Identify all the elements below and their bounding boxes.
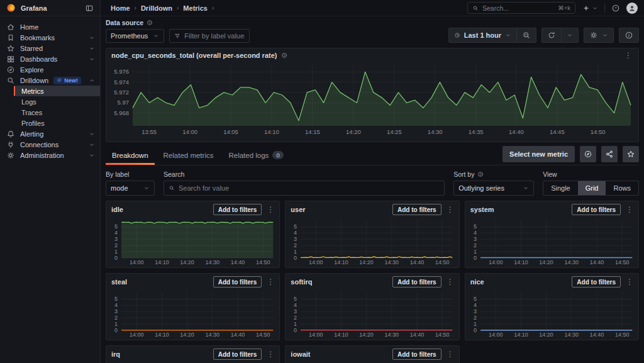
chevron-down-icon[interactable] xyxy=(89,142,95,148)
add-to-filters-button[interactable]: Add to filters xyxy=(572,276,621,288)
sidebar-item-profiles[interactable]: Profiles xyxy=(14,118,100,128)
panel-menu-icon[interactable]: ⋮ xyxy=(265,278,275,286)
value-search-input[interactable] xyxy=(164,181,445,196)
svg-text:5: 5 xyxy=(114,223,118,230)
panel-chart[interactable]: 14:0014:1014:2014:3014:4014:50543210 xyxy=(106,216,279,266)
chevron-down-icon[interactable] xyxy=(89,35,95,41)
home-icon xyxy=(6,23,15,31)
svg-text:14:40: 14:40 xyxy=(410,332,425,338)
panel-chart[interactable]: 14:0014:1014:2014:3014:4014:50543210 xyxy=(286,216,458,266)
svg-text:14:20: 14:20 xyxy=(180,259,194,265)
bookmark-star-button[interactable] xyxy=(623,146,639,162)
tab-related-metrics[interactable]: Related metrics xyxy=(157,147,220,165)
add-to-filters-button[interactable]: Add to filters xyxy=(392,349,441,360)
chevron-down-icon[interactable] xyxy=(89,131,95,137)
svg-text:0: 0 xyxy=(294,327,297,333)
breadcrumb-item-metrics[interactable]: Metrics xyxy=(183,4,208,12)
panel-menu-icon[interactable]: ⋮ xyxy=(265,206,275,213)
svg-text:5: 5 xyxy=(474,296,477,302)
add-new-button[interactable] xyxy=(580,3,599,14)
grafana-logo-icon[interactable] xyxy=(6,3,16,13)
panel-menu-icon[interactable]: ⋮ xyxy=(445,350,455,358)
label-filter-input[interactable] xyxy=(169,29,250,43)
main-chart[interactable]: 13:5514:0014:0514:1014:1514:2014:2514:30… xyxy=(106,60,638,136)
refresh-button[interactable] xyxy=(541,28,562,43)
refresh-interval-button[interactable] xyxy=(562,28,579,43)
svg-text:14:00: 14:00 xyxy=(309,332,323,338)
label-filter-field[interactable] xyxy=(184,32,245,40)
share-button[interactable] xyxy=(601,146,618,162)
panel-menu-icon[interactable]: ⋮ xyxy=(445,206,455,213)
global-search-input[interactable]: ⌘+k xyxy=(467,2,575,14)
sidebar-item-alerting[interactable]: Alerting xyxy=(0,128,100,139)
sidebar-item-metrics[interactable]: Metrics xyxy=(14,86,100,96)
value-search-field[interactable] xyxy=(179,184,440,192)
settings-button[interactable] xyxy=(584,28,614,43)
info-icon[interactable] xyxy=(477,171,484,177)
zoom-out-button[interactable] xyxy=(517,28,536,43)
info-button[interactable] xyxy=(619,28,639,43)
search-shortcut: ⌘+k xyxy=(558,4,570,11)
time-range-button[interactable]: Last 1 hour xyxy=(448,28,517,43)
chevron-down-icon[interactable] xyxy=(89,45,95,52)
sidebar-item-connections[interactable]: Connections xyxy=(0,139,100,150)
sidebar-item-dashboards[interactable]: Dashboards xyxy=(0,53,100,64)
panel-menu-icon[interactable]: ⋮ xyxy=(625,278,635,286)
select-new-metric-button[interactable]: Select new metric xyxy=(502,146,575,162)
svg-text:13:55: 13:55 xyxy=(142,128,157,135)
panel-chart[interactable]: 14:0014:1014:2014:3014:4014:50543210 xyxy=(465,288,638,338)
view-option-single[interactable]: Single xyxy=(543,181,578,195)
share-icon xyxy=(605,150,614,159)
panel-menu-icon[interactable]: ⋮ xyxy=(265,350,275,358)
global-search-field[interactable] xyxy=(482,4,554,12)
sidebar-item-label: Connections xyxy=(20,141,58,148)
add-to-filters-button[interactable]: Add to filters xyxy=(213,349,262,360)
panel-menu-icon[interactable]: ⋮ xyxy=(445,278,455,286)
panel-menu-icon[interactable]: ⋮ xyxy=(623,52,633,59)
add-to-filters-button[interactable]: Add to filters xyxy=(392,204,441,215)
sort-by-select[interactable]: Outlying series xyxy=(453,181,534,196)
panel-chart[interactable]: 14:0014:1014:2014:3014:4014:50543210 xyxy=(106,360,279,363)
sidebar-item-starred[interactable]: Starred xyxy=(0,43,100,53)
panel-title: system xyxy=(470,206,569,213)
new-badge: New! xyxy=(53,77,81,84)
panel-chart[interactable]: 14:0014:1014:2014:3014:4014:50543210 xyxy=(106,288,279,338)
sidebar-item-explore[interactable]: Explore xyxy=(0,64,100,75)
chevron-up-icon[interactable] xyxy=(89,77,95,84)
explore-button[interactable] xyxy=(580,146,596,162)
panel-chart[interactable]: 14:0014:1014:2014:3014:4014:50543210 xyxy=(286,360,458,363)
user-avatar[interactable] xyxy=(626,3,638,14)
sidebar-item-label: Administration xyxy=(20,152,64,159)
add-to-filters-button[interactable]: Add to filters xyxy=(213,276,262,288)
help-button[interactable]: ? xyxy=(610,3,621,14)
sidebar-item-home[interactable]: Home xyxy=(0,21,100,32)
dock-sidebar-icon[interactable] xyxy=(85,4,94,13)
panel-chart[interactable]: 14:0014:1014:2014:3014:4014:50543210 xyxy=(465,216,638,266)
breadcrumb-item-home[interactable]: Home xyxy=(111,4,130,12)
svg-text:3: 3 xyxy=(114,308,118,315)
panel-menu-icon[interactable]: ⋮ xyxy=(625,206,635,213)
datasource-select[interactable]: Prometheus xyxy=(106,29,164,43)
add-to-filters-button[interactable]: Add to filters xyxy=(213,204,262,215)
info-icon[interactable] xyxy=(281,52,287,59)
svg-text:14:40: 14:40 xyxy=(589,259,604,265)
tab-breakdown[interactable]: Breakdown xyxy=(106,147,155,165)
sidebar-item-drilldown[interactable]: DrilldownNew! xyxy=(0,75,100,86)
sidebar-item-administration[interactable]: Administration xyxy=(0,150,100,160)
panel-chart[interactable]: 14:0014:1014:2014:3014:4014:50543210 xyxy=(286,288,458,338)
add-to-filters-button[interactable]: Add to filters xyxy=(392,276,441,288)
breadcrumb-item-drilldown[interactable]: Drilldown xyxy=(141,4,172,12)
chevron-down-icon[interactable] xyxy=(89,56,95,62)
sidebar-item-bookmarks[interactable]: Bookmarks xyxy=(0,32,100,43)
by-label-select[interactable]: mode xyxy=(106,181,155,196)
sidebar-item-traces[interactable]: Traces xyxy=(14,107,100,118)
info-icon[interactable] xyxy=(147,20,153,26)
sidebar-item-logs[interactable]: Logs xyxy=(14,96,100,107)
grafana-app: Grafana HomeBookmarksStarredDashboardsEx… xyxy=(0,0,644,363)
breakdown-panel-system: systemAdd to filters⋮14:0014:1014:2014:3… xyxy=(465,201,639,268)
view-option-grid[interactable]: Grid xyxy=(578,181,606,195)
chevron-down-icon[interactable] xyxy=(89,152,95,159)
add-to-filters-button[interactable]: Add to filters xyxy=(572,204,621,215)
tab-related-logs[interactable]: Related logs0 xyxy=(222,147,289,165)
view-option-rows[interactable]: Rows xyxy=(606,181,638,195)
